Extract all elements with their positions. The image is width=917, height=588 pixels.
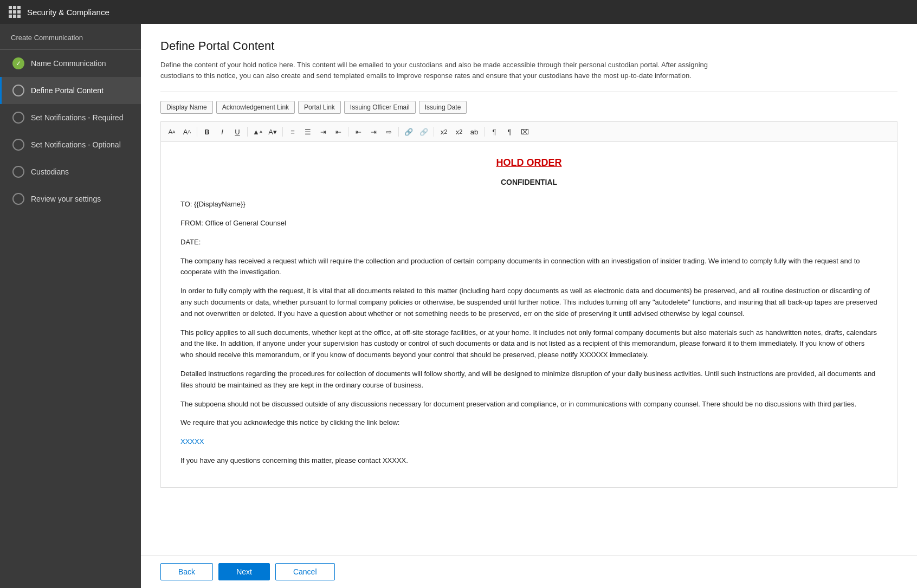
paragraph1: The company has received a request which… [180,256,877,279]
step-indicator-name-communication [12,57,24,69]
toolbar-paragraph2[interactable]: ¶ [503,125,516,138]
toolbar-sep-1 [197,127,197,137]
token-acknowledgement-link[interactable]: Acknowledgement Link [216,101,295,114]
content-scroll: Define Portal Content Define the content… [141,24,917,555]
toolbar-bold[interactable]: B [201,125,214,138]
cancel-button[interactable]: Cancel [275,563,335,580]
hold-order-title: HOLD ORDER [180,155,877,171]
to-line: TO: {{DisplayName}} [180,199,877,210]
toolbar-highlight[interactable]: ▲A [251,125,264,138]
paragraph7: If you have any questions concerning thi… [180,455,877,467]
main-layout: Create Communication Name Communication … [0,24,917,588]
paragraph3: This policy applies to all such document… [180,327,877,361]
sidebar-label-define-portal-content: Define Portal Content [31,86,104,95]
toolbar-superscript[interactable]: x2 [437,125,450,138]
token-issuing-officer-email[interactable]: Issuing Officer Email [344,101,416,114]
sidebar-item-define-portal-content[interactable]: Define Portal Content [0,77,141,104]
sidebar-item-custodians[interactable]: Custodians [0,158,141,185]
sidebar-item-set-notifications-required[interactable]: Set Notifications - Required [0,104,141,131]
paragraph4: Detailed instructions regarding the proc… [180,369,877,391]
toolbar-sep-6 [434,127,434,137]
toolbar-insert-link[interactable]: 🔗 [402,125,415,138]
app-grid-icon[interactable] [9,6,21,18]
toolbar-indent-increase[interactable]: ⇥ [317,125,330,138]
toolbar-ordered-list[interactable]: ☰ [301,125,314,138]
footer-bar: Back Next Cancel [141,555,917,588]
top-bar: Security & Compliance [0,0,917,24]
sidebar-label-custodians: Custodians [31,167,69,176]
toolbar-sep-2 [247,127,248,137]
toolbar-align-right[interactable]: ⇨ [382,125,395,138]
content-area: Define Portal Content Define the content… [141,24,917,588]
page-description: Define the content of your hold notice h… [160,60,735,81]
sidebar-item-name-communication[interactable]: Name Communication [0,50,141,77]
toolbar-subscript[interactable]: x2 [453,125,466,138]
toolbar-underline[interactable]: U [231,125,244,138]
toolbar-clear-format[interactable]: ⌧ [518,125,531,138]
acknowledgement-link-text[interactable]: XXXXX [180,437,204,445]
sidebar-label-notifications-optional: Set Notifications - Optional [31,140,121,149]
editor-body: TO: {{DisplayName}} FROM: Office of Gene… [180,199,877,467]
paragraph6: We require that you acknowledge this not… [180,417,877,429]
toolbar-align-center[interactable]: ⇥ [367,125,380,138]
date-line: DATE: [180,237,877,248]
sidebar-item-set-notifications-optional[interactable]: Set Notifications - Optional [0,131,141,158]
next-button[interactable]: Next [218,563,270,580]
editor-area[interactable]: HOLD ORDER CONFIDENTIAL TO: {{DisplayNam… [160,141,897,488]
toolbar-italic[interactable]: I [216,125,229,138]
confidential-text: CONFIDENTIAL [180,176,877,188]
step-indicator-custodians [12,166,24,178]
page-title: Define Portal Content [160,39,897,53]
from-line: FROM: Office of General Counsel [180,218,877,229]
back-button[interactable]: Back [160,563,213,580]
sidebar-header: Create Communication [0,24,141,50]
sidebar-label-notifications-required: Set Notifications - Required [31,113,123,122]
toolbar-sep-5 [398,127,399,137]
step-indicator-define-portal-content [12,85,24,96]
sidebar-item-review-settings[interactable]: Review your settings [0,185,141,212]
toolbar-sep-3 [282,127,283,137]
toolbar-align-left[interactable]: ⇤ [352,125,365,138]
token-issuing-date[interactable]: Issuing Date [419,101,467,114]
toolbar-remove-link[interactable]: 🔗 [417,125,430,138]
token-bar: Display Name Acknowledgement Link Portal… [160,101,897,114]
sidebar-label-name-communication: Name Communication [31,59,106,68]
step-indicator-notifications-required [12,112,24,124]
toolbar-font-increase[interactable]: AA [180,125,193,138]
toolbar-paragraph[interactable]: ¶ [488,125,501,138]
toolbar-sep-7 [484,127,485,137]
toolbar-indent-decrease[interactable]: ⇤ [332,125,345,138]
step-indicator-review-settings [12,193,24,205]
sidebar: Create Communication Name Communication … [0,24,141,588]
toolbar-unordered-list[interactable]: ≡ [286,125,299,138]
editor-toolbar: AA AA B I U ▲A A▾ ≡ ☰ ⇥ ⇤ ⇤ ⇥ ⇨ 🔗 [160,121,897,141]
paragraph2: In order to fully comply with the reques… [180,286,877,319]
sidebar-label-review-settings: Review your settings [31,195,101,203]
toolbar-font-color[interactable]: A▾ [266,125,279,138]
toolbar-sep-4 [348,127,348,137]
token-display-name[interactable]: Display Name [160,101,213,114]
step-indicator-notifications-optional [12,139,24,151]
divider [160,92,897,92]
token-portal-link[interactable]: Portal Link [298,101,341,114]
app-title: Security & Compliance [27,8,109,17]
toolbar-strikethrough[interactable]: ab [468,125,481,138]
paragraph5: The subpoena should not be discussed out… [180,399,877,410]
toolbar-font-decrease[interactable]: AA [165,125,178,138]
